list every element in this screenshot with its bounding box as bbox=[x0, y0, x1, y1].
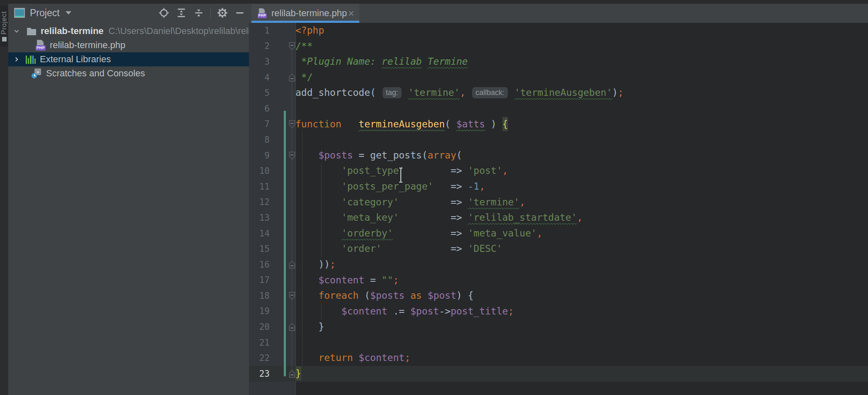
code-line[interactable]: 14 'orderby' => 'meta_value', bbox=[249, 226, 868, 241]
code-editor[interactable]: 1<?php2/**3 *Plugin Name: relilab Termin… bbox=[249, 23, 868, 395]
code-line[interactable]: 3 *Plugin Name: relilab Termine bbox=[249, 54, 868, 70]
fold-column bbox=[270, 335, 295, 351]
code-text: )); bbox=[295, 257, 336, 273]
code-line[interactable]: 2/** bbox=[249, 39, 868, 54]
fold-column bbox=[270, 163, 295, 179]
clock-icon bbox=[32, 73, 37, 78]
fold-end-icon[interactable] bbox=[289, 323, 295, 331]
stripe-project-button[interactable]: Project bbox=[0, 8, 8, 38]
code-line[interactable]: 12 'category' => 'termine', bbox=[249, 195, 868, 210]
chevron-right-icon[interactable] bbox=[12, 56, 21, 63]
fold-column bbox=[270, 39, 295, 54]
code-line[interactable]: 20 } bbox=[249, 319, 868, 335]
line-number[interactable]: 16 bbox=[249, 260, 270, 270]
hide-panel-button[interactable] bbox=[234, 7, 246, 19]
line-number[interactable]: 17 bbox=[249, 275, 270, 285]
code-line[interactable]: 13 'meta_key' => 'relilab_startdate', bbox=[249, 210, 868, 226]
code-line[interactable]: 9 $posts = get_posts(array( bbox=[249, 148, 868, 163]
locate-file-button[interactable] bbox=[158, 7, 170, 19]
code-text: 'orderby' => 'meta_value', bbox=[295, 226, 542, 241]
tree-item-external-libraries[interactable]: External Libraries bbox=[8, 52, 249, 66]
line-number[interactable]: 13 bbox=[249, 213, 270, 223]
line-number[interactable]: 14 bbox=[249, 229, 270, 239]
line-number[interactable]: 22 bbox=[249, 353, 270, 363]
fold-column bbox=[270, 226, 295, 241]
code-text: 'posts_per_page' => -1, bbox=[295, 179, 485, 195]
code-line[interactable]: 19 $content .= $post->post_title; bbox=[249, 304, 868, 319]
fold-column bbox=[270, 117, 295, 132]
line-number[interactable]: 19 bbox=[249, 306, 270, 316]
line-number[interactable]: 4 bbox=[249, 73, 270, 83]
line-number[interactable]: 20 bbox=[249, 322, 270, 332]
line-number[interactable]: 12 bbox=[249, 197, 270, 207]
ide-window: Project Project bbox=[0, 0, 868, 395]
fold-start-icon[interactable] bbox=[289, 120, 295, 128]
fold-start-icon[interactable] bbox=[289, 292, 295, 300]
code-line[interactable]: 7function termineAusgeben( $atts ) { bbox=[249, 117, 868, 132]
line-number[interactable]: 18 bbox=[249, 291, 270, 301]
fold-end-icon[interactable] bbox=[289, 73, 295, 82]
scratches-icon: » bbox=[32, 68, 42, 78]
fold-end-icon[interactable] bbox=[289, 370, 295, 378]
fold-column bbox=[270, 132, 295, 148]
code-line[interactable]: 11 'posts_per_page' => -1, bbox=[249, 179, 868, 195]
tool-window-stripe: Project bbox=[0, 4, 8, 395]
line-number[interactable]: 5 bbox=[249, 88, 270, 98]
chevron-down-icon[interactable] bbox=[12, 27, 21, 35]
code-lines: 1<?php2/**3 *Plugin Name: relilab Termin… bbox=[249, 23, 868, 382]
line-number[interactable]: 6 bbox=[249, 104, 270, 114]
code-text: /** bbox=[295, 39, 313, 54]
line-number[interactable]: 7 bbox=[249, 119, 270, 129]
project-dropdown-caret-icon[interactable] bbox=[66, 11, 71, 15]
fold-column bbox=[270, 23, 295, 39]
project-panel-title: Project bbox=[30, 7, 60, 19]
code-line[interactable]: 5add_shortcode( tag: 'termine', callback… bbox=[249, 85, 868, 101]
code-text: function termineAusgeben( $atts ) { bbox=[295, 117, 508, 132]
code-text: 'order' => 'DESC' bbox=[295, 241, 502, 257]
library-icon bbox=[26, 55, 36, 64]
code-text: 'meta_key' => 'relilab_startdate', bbox=[295, 210, 583, 226]
line-number[interactable]: 23 bbox=[249, 369, 270, 379]
tree-item-php-file[interactable]: PHP relilab-termine.php bbox=[8, 38, 249, 52]
fold-start-icon[interactable] bbox=[289, 42, 295, 50]
code-line[interactable]: 10 'post_type' => 'post', bbox=[249, 163, 868, 179]
php-file-icon: PHP bbox=[258, 8, 267, 18]
code-line[interactable]: 15 'order' => 'DESC' bbox=[249, 241, 868, 257]
code-line[interactable]: 16 )); bbox=[249, 257, 868, 273]
code-line[interactable]: 23} bbox=[249, 366, 868, 382]
parameter-hint: callback: bbox=[472, 87, 508, 98]
line-number[interactable]: 1 bbox=[249, 26, 270, 36]
code-line[interactable]: 18 foreach ($posts as $post) { bbox=[249, 288, 868, 304]
fold-column bbox=[270, 195, 295, 210]
fold-column bbox=[270, 319, 295, 335]
line-number[interactable]: 21 bbox=[249, 338, 270, 348]
code-text: return $content; bbox=[295, 350, 410, 366]
code-line[interactable]: 1<?php bbox=[249, 23, 868, 39]
window-top-edge bbox=[0, 0, 868, 4]
code-line[interactable]: 4 */ bbox=[249, 70, 868, 85]
tab-close-icon[interactable]: × bbox=[348, 9, 354, 17]
code-line[interactable]: 6 bbox=[249, 101, 868, 117]
line-number[interactable]: 15 bbox=[249, 244, 270, 254]
expand-all-button[interactable] bbox=[176, 7, 187, 19]
line-number[interactable]: 9 bbox=[249, 151, 270, 161]
fold-end-icon[interactable] bbox=[289, 261, 295, 269]
code-line[interactable]: 17 $content = ""; bbox=[249, 273, 868, 288]
code-line[interactable]: 8 bbox=[249, 132, 868, 148]
line-number[interactable]: 3 bbox=[249, 57, 270, 67]
line-number[interactable]: 11 bbox=[249, 182, 270, 192]
collapse-all-button[interactable] bbox=[193, 7, 205, 19]
settings-button[interactable] bbox=[217, 7, 228, 19]
project-panel-toolbar bbox=[158, 4, 246, 22]
line-number[interactable]: 2 bbox=[249, 41, 270, 51]
line-number[interactable]: 10 bbox=[249, 166, 270, 176]
code-text: } bbox=[295, 319, 324, 335]
line-number[interactable]: 8 bbox=[249, 135, 270, 145]
code-line[interactable]: 22 return $content; bbox=[249, 350, 868, 366]
fold-start-icon[interactable] bbox=[289, 151, 295, 160]
code-line[interactable]: 21 bbox=[249, 335, 868, 351]
fold-column bbox=[270, 70, 295, 85]
tab-relilab-termine-php[interactable]: PHP relilab-termine.php × bbox=[251, 4, 359, 23]
tree-item-project-root[interactable]: relilab-termine C:\Users\Daniel\Desktop\… bbox=[8, 24, 249, 38]
tree-item-scratches[interactable]: » Scratches and Consoles bbox=[8, 66, 249, 80]
